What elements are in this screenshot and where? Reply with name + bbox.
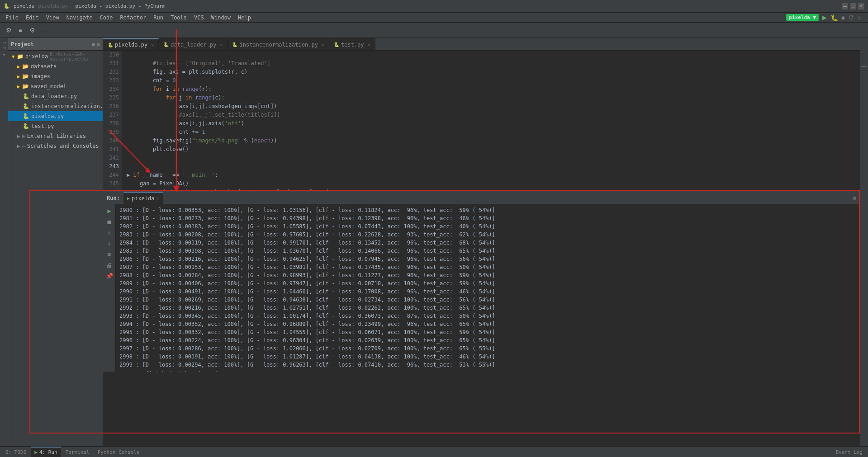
run-tab-icon: ▶ xyxy=(127,196,130,201)
python-console-label: Python Console xyxy=(98,449,140,455)
debug-button[interactable]: 🐛 xyxy=(830,14,838,21)
tab-pixelda-label: pixelda.py xyxy=(115,42,147,48)
tree-root-pixelda[interactable]: ▼ 📁 pixelda E:\Keras-GAN-master\pixelda xyxy=(8,52,103,61)
tab-instancenorm[interactable]: 🐍 instancenormalization.py ✕ xyxy=(228,38,329,50)
tree-external-libs[interactable]: ▶ ⊞ External Libraries xyxy=(8,131,103,141)
console-line: 2990 : [D - loss: 0.00491, acc: 100%], [… xyxy=(119,287,856,296)
toolbar-list-btn[interactable]: ≡ xyxy=(15,25,25,35)
console-line: 2998 : [D - loss: 0.00391, acc: 100%], [… xyxy=(119,353,856,361)
close-button[interactable]: ✕ xyxy=(858,3,864,9)
run-button[interactable]: ▶ xyxy=(822,13,827,22)
title-bar-left: 🐍 pixelda pixelda.py pixelda - pixelda.p… xyxy=(4,3,165,9)
tab-data-loader[interactable]: 🐍 data_loader.py ✕ xyxy=(159,38,228,50)
run-ctrl-print[interactable]: 🖨 xyxy=(105,260,114,269)
title-bar-title: pixelda - pixelda.py - PyCharm xyxy=(76,3,166,9)
console-line: 2984 : [D - loss: 0.00319, acc: 100%], [… xyxy=(119,239,856,247)
minimize-button[interactable]: — xyxy=(842,3,848,9)
menu-vcs[interactable]: VCS xyxy=(190,13,208,23)
console-line: 2988 : [D - loss: 0.00284, acc: 100%], [… xyxy=(119,271,856,279)
event-log-label: Event Log xyxy=(835,449,863,455)
data-loader-icon: 🐍 xyxy=(23,93,29,99)
toolbar-minus-btn[interactable]: — xyxy=(39,25,49,35)
tree-scratches[interactable]: ▶ ✏ Scratches and Consoles xyxy=(8,141,103,151)
root-path: E:\Keras-GAN-master\pixelda xyxy=(50,52,103,61)
code-editor[interactable]: 230 231 232 233 234 235 236 237 238 239 … xyxy=(103,51,860,191)
console-line: 2997 : [D - loss: 0.00286, acc: 100%], [… xyxy=(119,344,856,353)
menu-run[interactable]: Run xyxy=(150,13,167,23)
saved-model-chevron-icon: ▶ xyxy=(17,84,20,90)
run-ctrl-play[interactable]: ▶ xyxy=(105,206,114,215)
console-line: 2993 : [D - loss: 0.00345, acc: 100%], [… xyxy=(119,312,856,320)
vcs-button[interactable]: ↑ xyxy=(858,14,861,21)
bottom-tab-todo[interactable]: 6: TODO xyxy=(2,447,30,457)
app-icon: 🐍 xyxy=(4,3,10,9)
console-output[interactable]: 2980 : [D - loss: 0.00353, acc: 100%], [… xyxy=(116,204,860,372)
todo-label: 6: TODO xyxy=(5,449,26,455)
external-libs-chevron-icon: ▶ xyxy=(17,133,20,139)
tree-datasets[interactable]: ▶ 📂 datasets xyxy=(8,61,103,71)
profile-button[interactable]: ⏱ xyxy=(849,14,854,21)
bottom-tab-run[interactable]: ▶ 4: Run xyxy=(31,447,61,457)
run-ctrl-wrap[interactable]: ≡ xyxy=(105,250,114,259)
run-label: Run: xyxy=(107,195,120,201)
menu-edit[interactable]: Edit xyxy=(22,13,43,23)
tree-instancenorm[interactable]: 🐍 instancenormalization.py xyxy=(8,101,103,111)
menu-navigate[interactable]: Navigate xyxy=(63,13,96,23)
app-name: pixelda xyxy=(14,3,34,9)
tab-pixelda[interactable]: 🐍 pixelda.py ✕ xyxy=(103,38,159,50)
tab-test[interactable]: 🐍 test.py ✕ xyxy=(329,38,375,50)
bottom-tab-event-log[interactable]: Event Log xyxy=(832,447,866,457)
console-line: 2996 : [D - loss: 0.00224, acc: 100%], [… xyxy=(119,336,856,344)
collapse-all-icon[interactable]: ≡ xyxy=(92,41,95,47)
run-settings-icon[interactable]: ⚙ xyxy=(853,195,856,201)
toolbar-settings-btn[interactable]: ⚙ xyxy=(4,25,14,35)
console-line: 2992 : [D - loss: 0.00216, acc: 100%], [… xyxy=(119,304,856,312)
bottom-tab-python-console[interactable]: Python Console xyxy=(94,447,143,457)
title-bar-controls[interactable]: — □ ✕ xyxy=(842,3,864,9)
maximize-button[interactable]: □ xyxy=(850,3,856,9)
toolbar-config-btn[interactable]: ⚙ xyxy=(27,25,37,35)
images-label: images xyxy=(31,73,50,80)
saved-model-folder-icon: 📂 xyxy=(22,83,29,90)
menu-file[interactable]: File xyxy=(2,13,22,23)
tree-test[interactable]: 🐍 test.py xyxy=(8,121,103,131)
tree-data-loader[interactable]: 🐍 data_loader.py xyxy=(8,91,103,101)
bottom-tab-terminal[interactable]: Terminal xyxy=(62,447,93,457)
tab-pixelda-close[interactable]: ✕ xyxy=(151,42,154,47)
run-controls: ▶ ■ ↑ ↓ ≡ 🖨 📌 xyxy=(103,204,116,372)
menu-refactor[interactable]: Refactor xyxy=(116,13,150,23)
coverage-button[interactable]: ◉ xyxy=(842,14,845,21)
run-tab-pixelda[interactable]: ▶ pixelda ✕ xyxy=(123,192,163,204)
project-panel-title: Project xyxy=(11,41,34,47)
tab-instancenorm-close[interactable]: ✕ xyxy=(322,42,324,47)
run-ctrl-stop[interactable]: ■ xyxy=(105,217,114,226)
project-header-icons[interactable]: ≡ ⚙ xyxy=(92,41,100,47)
right-icon-1[interactable]: │ xyxy=(862,65,867,68)
tree-saved-model[interactable]: ▶ 📂 saved_model xyxy=(8,81,103,91)
data-loader-label: data_loader.py xyxy=(31,93,77,99)
right-sidebar-icons: │ xyxy=(860,38,868,446)
run-ctrl-down[interactable]: ↓ xyxy=(105,239,114,248)
menu-help[interactable]: Help xyxy=(234,13,255,23)
code-content[interactable]: #titles = ['Original', 'Translated'] fig… xyxy=(122,51,860,191)
run-ctrl-up[interactable]: ↑ xyxy=(105,228,114,237)
console-line: 2981 : [D - loss: 0.00273, acc: 100%], [… xyxy=(119,214,856,222)
project-sidebar-icon[interactable]: 1 xyxy=(2,42,6,44)
tab-data-loader-close[interactable]: ✕ xyxy=(220,42,223,47)
tab-instancenorm-icon: 🐍 xyxy=(232,42,237,47)
run-ctrl-pin[interactable]: 📌 xyxy=(105,271,114,280)
menu-tools[interactable]: Tools xyxy=(167,13,190,23)
tab-pixelda-icon: 🐍 xyxy=(108,42,113,47)
structure-icon[interactable]: 2 xyxy=(2,47,6,49)
tree-images[interactable]: ▶ 📂 images xyxy=(8,71,103,81)
tree-pixelda[interactable]: 🐍 pixelda.py xyxy=(8,111,103,121)
menu-view[interactable]: View xyxy=(43,13,63,23)
run-tab-close-icon[interactable]: ✕ xyxy=(157,196,159,201)
instancenorm-icon: 🐍 xyxy=(23,103,29,109)
tab-test-close[interactable]: ✕ xyxy=(367,42,370,47)
menu-window[interactable]: Window xyxy=(208,13,234,23)
menu-code[interactable]: Code xyxy=(96,13,117,23)
console-line: 2980 : [D - loss: 0.00353, acc: 100%], [… xyxy=(119,206,856,214)
settings-icon[interactable]: ⚙ xyxy=(97,41,100,47)
favorites-icon[interactable]: ★ xyxy=(2,52,6,57)
